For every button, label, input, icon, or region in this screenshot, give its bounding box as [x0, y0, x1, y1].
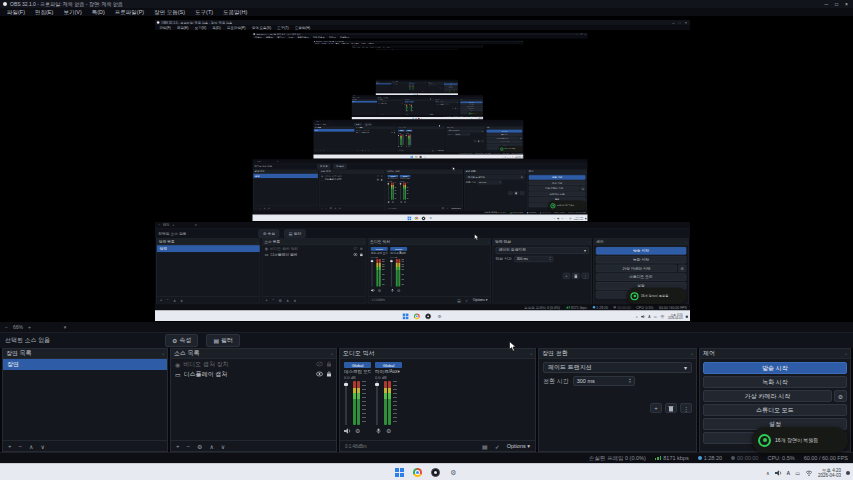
lock-icon[interactable]	[394, 129, 395, 130]
source-item-display-capture[interactable]: ▭ 디스플레이 캡처	[392, 84, 408, 85]
source-up-icon[interactable]: ∧	[209, 443, 213, 450]
notification-bell-icon[interactable]	[522, 156, 523, 157]
volume-slider-handle[interactable]	[375, 383, 379, 386]
notification-bell-icon[interactable]	[686, 315, 689, 318]
virtual-camera-settings-icon[interactable]: ⚙	[678, 265, 686, 273]
mic-icon[interactable]	[375, 428, 382, 434]
mixer-options-button[interactable]: Options ▾	[473, 298, 488, 302]
dock-menu-icon[interactable]: ▫	[585, 170, 586, 172]
lock-icon[interactable]	[326, 361, 332, 367]
scene-item-selected[interactable]: 장면	[314, 129, 354, 132]
zoom-out-icon[interactable]: −	[158, 223, 160, 227]
lock-icon[interactable]	[402, 101, 403, 102]
transition-select[interactable]: 페이드 트랜지션 ▾	[466, 175, 525, 179]
dock-menu-icon[interactable]: ▫	[331, 351, 333, 357]
mixer-layout-icon[interactable]: ▤	[457, 298, 461, 302]
start-recording-button[interactable]: 녹화 시작	[596, 256, 686, 264]
wifi-icon[interactable]	[569, 217, 572, 219]
settings-taskbar-button[interactable]: ⚙	[424, 156, 426, 158]
source-up-icon[interactable]: ∧	[335, 207, 337, 210]
lock-icon[interactable]	[359, 246, 363, 250]
transition-more-button[interactable]: ⋮	[457, 108, 459, 110]
dock-menu-icon[interactable]: ▫	[162, 351, 164, 357]
check-icon[interactable]: ✓	[447, 207, 449, 210]
transition-select[interactable]: 페이드 트랜지션 ▾	[496, 247, 589, 254]
scene-item-selected[interactable]: 장면	[352, 101, 377, 103]
mixer-options-button[interactable]: Options ▾	[507, 443, 530, 449]
volume-slider-handle[interactable]	[388, 183, 390, 184]
channel-settings-icon[interactable]: ⚙	[406, 111, 407, 112]
channel-settings-icon[interactable]: ⚙	[355, 427, 360, 434]
eye-icon[interactable]	[316, 371, 323, 377]
obs-taskbar-button[interactable]	[419, 156, 421, 158]
virtual-camera-settings-icon[interactable]: ⚙	[834, 390, 847, 402]
check-icon[interactable]: ✓	[495, 443, 500, 450]
start-button[interactable]	[402, 313, 408, 319]
volume-slider-handle[interactable]	[398, 135, 399, 136]
remove-source-icon[interactable]: −	[272, 298, 274, 302]
eye-off-icon[interactable]	[353, 246, 357, 250]
remove-source-icon[interactable]: −	[187, 443, 191, 449]
chrome-taskbar-button[interactable]	[414, 216, 418, 220]
zoom-in-icon[interactable]: +	[28, 324, 31, 330]
tray-box-icon[interactable]: ▭	[565, 217, 567, 219]
add-scene-icon[interactable]: +	[8, 443, 12, 449]
scene-down-icon[interactable]: ∨	[40, 443, 44, 450]
channel-settings-icon[interactable]: ⚙	[401, 146, 402, 148]
dock-menu-icon[interactable]: ▫	[685, 240, 686, 244]
remove-scene-icon[interactable]: −	[259, 207, 260, 209]
clock[interactable]: 오후 4:20 2026-04-03	[668, 313, 682, 319]
chrome-taskbar-button[interactable]	[413, 468, 423, 478]
dock-menu-icon[interactable]: ▫	[530, 351, 532, 357]
virtual-camera-settings-icon[interactable]: ⚙	[580, 186, 585, 191]
minimize-icon[interactable]: ─	[825, 1, 829, 7]
dock-menu-icon[interactable]: ▫	[316, 170, 317, 172]
source-item-video-capture[interactable]: ◉ 비디오 캡처 장치	[392, 83, 408, 84]
eye-icon[interactable]	[391, 132, 393, 133]
zoom-out-icon[interactable]: −	[5, 324, 8, 330]
add-transition-button[interactable]: +	[474, 140, 477, 142]
filters-button[interactable]: ▤ 필터	[333, 164, 346, 169]
source-down-icon[interactable]: ∨	[221, 443, 225, 450]
menu-help[interactable]: 도움말(H)	[218, 9, 252, 16]
dock-menu-icon[interactable]: ▫	[461, 170, 462, 172]
studio-mode-button[interactable]: 스튜디오 모드	[596, 273, 686, 281]
clock[interactable]: 오후 4:20 2026-04-03	[574, 216, 583, 220]
duration-spinner[interactable]: 300 ms ▴▾	[454, 133, 469, 135]
settings-taskbar-button[interactable]: ⚙	[429, 216, 433, 220]
fit-dropdown-icon[interactable]: ▾	[64, 324, 67, 330]
preview-canvas[interactable]: OBS 32.1.0 - 프로파일: 제목 없음 - 장면: 제목 없음 ─ □…	[252, 39, 588, 159]
source-item-video-capture[interactable]: ◉ 비디오 캡처 장치	[378, 101, 404, 103]
close-icon[interactable]: ×	[845, 1, 848, 7]
ime-indicator[interactable]: A	[648, 314, 650, 318]
mixer-layout-icon[interactable]: ▤	[482, 443, 488, 450]
source-properties-icon[interactable]: ⚙	[279, 298, 282, 302]
wifi-icon[interactable]	[512, 156, 514, 157]
tray-box-icon[interactable]: ▭	[795, 470, 800, 476]
channel-settings-icon[interactable]: ⚙	[408, 146, 409, 148]
speaker-icon[interactable]	[398, 146, 400, 147]
remove-scene-icon[interactable]: −	[167, 298, 169, 302]
wifi-icon[interactable]	[660, 314, 665, 318]
maximize-icon[interactable]: □	[679, 21, 681, 25]
scene-down-icon[interactable]: ∨	[268, 207, 270, 210]
duration-spinner[interactable]: 300 ms ▴▾	[431, 85, 437, 86]
duration-spinner[interactable]: 300 ms ▴▾	[440, 104, 450, 106]
filters-button[interactable]: ▤ 필터	[206, 334, 240, 347]
add-source-icon[interactable]: +	[265, 298, 267, 302]
mic-icon[interactable]	[400, 201, 403, 203]
preview-canvas[interactable]: OBS 32.1.0 - 프로파일: 제목 없음 - 장면: 제목 없음 ─ □…	[313, 44, 523, 119]
remove-source-icon[interactable]: −	[326, 207, 327, 209]
preview-canvas[interactable]: OBS 32.1.0 - 프로파일: 제목 없음 - 장면: 제목 없음 ─ □…	[0, 16, 853, 322]
menu-file[interactable]: 파일(F)	[2, 9, 30, 16]
obs-taskbar-button[interactable]	[422, 216, 426, 220]
source-item-display-capture[interactable]: ▭ 디스플레이 캡처	[319, 178, 384, 182]
remove-scene-icon[interactable]: −	[19, 443, 23, 449]
transition-select[interactable]: 페이드 트랜지션 ▾	[543, 362, 692, 373]
minimize-icon[interactable]: ─	[672, 21, 674, 25]
remove-transition-button[interactable]	[665, 403, 677, 413]
source-down-icon[interactable]: ∨	[294, 298, 297, 302]
add-source-icon[interactable]: +	[321, 207, 322, 209]
volume-slider-handle[interactable]	[390, 260, 393, 262]
menu-docks[interactable]: 독(D)	[87, 9, 110, 16]
